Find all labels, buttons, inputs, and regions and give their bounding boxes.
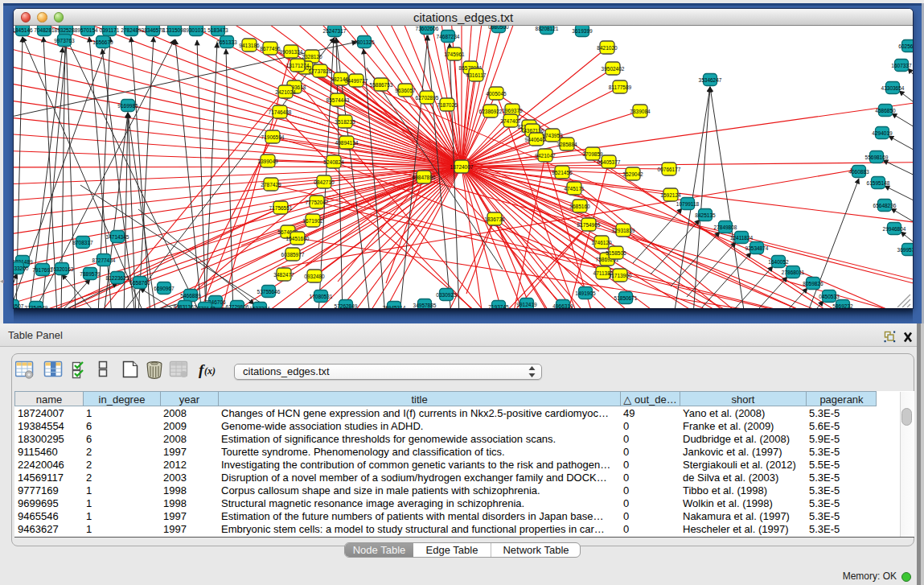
svg-text:39502402: 39502402	[602, 66, 625, 72]
svg-text:32931839: 32931839	[612, 228, 635, 233]
svg-text:81177589: 81177589	[609, 84, 632, 90]
svg-text:2328120: 2328120	[302, 54, 322, 60]
svg-text:1399049: 1399049	[257, 159, 278, 164]
svg-text:7193745: 7193745	[488, 304, 509, 308]
svg-text:96405377: 96405377	[598, 159, 621, 165]
svg-text:62702895: 62702895	[416, 95, 439, 101]
svg-text:3747407: 3747407	[500, 118, 521, 124]
svg-text:76320163: 76320163	[51, 266, 74, 272]
svg-text:4966319: 4966319	[552, 303, 573, 308]
svg-text:5183473: 5183473	[207, 27, 228, 33]
svg-text:55698169: 55698169	[865, 154, 889, 160]
svg-text:60385977: 60385977	[281, 252, 305, 257]
svg-text:3685160: 3685160	[569, 204, 590, 209]
svg-text:62729806: 62729806	[226, 304, 249, 308]
svg-text:2782489: 2782489	[121, 27, 142, 33]
svg-text:89325288: 89325288	[55, 27, 78, 33]
svg-text:9421047: 9421047	[535, 153, 556, 159]
svg-text:12411824: 12411824	[730, 235, 754, 241]
svg-text:67737826: 67737826	[309, 68, 332, 74]
svg-text:5869232: 5869232	[832, 303, 853, 308]
svg-text:27849808: 27849808	[714, 225, 737, 230]
svg-text:51850671: 51850671	[614, 295, 638, 301]
svg-text:73602606: 73602606	[416, 26, 439, 31]
svg-text:57262849: 57262849	[335, 303, 358, 308]
svg-text:9973763: 9973763	[54, 38, 75, 43]
svg-text:3709859: 3709859	[582, 151, 603, 157]
svg-text:71746488: 71746488	[269, 109, 292, 115]
svg-text:7048281: 7048281	[34, 27, 55, 33]
svg-text:6025634: 6025634	[898, 43, 913, 49]
svg-text:3518233: 3518233	[335, 119, 355, 125]
svg-text:71756551: 71756551	[269, 205, 293, 211]
svg-text:9169985: 9169985	[117, 103, 138, 109]
svg-text:4294019: 4294019	[872, 130, 893, 136]
svg-text:0980500: 0980500	[488, 26, 509, 30]
svg-text:1627204: 1627204	[249, 306, 270, 308]
svg-text:9743953: 9743953	[542, 133, 563, 138]
svg-text:7839084: 7839084	[630, 109, 651, 114]
svg-text:4005045: 4005045	[486, 91, 507, 97]
svg-text:0330923: 0330923	[436, 292, 457, 298]
svg-text:0932480: 0932480	[304, 274, 325, 279]
svg-text:7770143: 7770143	[195, 306, 216, 308]
svg-text:36995777: 36995777	[897, 247, 913, 253]
svg-text:74687234: 74687234	[437, 34, 460, 39]
svg-text:35346247: 35346247	[699, 77, 722, 83]
svg-text:65648236: 65648236	[873, 203, 897, 208]
svg-text:8708317: 8708317	[72, 240, 93, 245]
svg-text:55886753: 55886753	[370, 82, 393, 88]
svg-text:1969379: 1969379	[502, 108, 523, 113]
svg-text:3482477: 3482477	[273, 272, 294, 278]
svg-text:3529042: 3529042	[622, 171, 643, 177]
svg-text:4745171: 4745171	[564, 186, 585, 192]
svg-text:04499727: 04499727	[345, 78, 368, 84]
svg-text:8425135: 8425135	[695, 212, 716, 218]
svg-text:5466889: 5466889	[180, 293, 201, 299]
svg-text:4060883: 4060883	[848, 169, 869, 175]
svg-text:9636057: 9636057	[395, 88, 416, 93]
svg-text:77752047: 77752047	[306, 200, 329, 205]
svg-text:0391171: 0391171	[100, 27, 120, 33]
svg-text:7889579: 7889579	[80, 271, 101, 277]
svg-text:(x): (x)	[204, 365, 216, 377]
svg-text:18724007: 18724007	[450, 164, 474, 170]
svg-text:1592124: 1592124	[660, 192, 681, 198]
svg-text:1491905: 1491905	[575, 290, 596, 296]
svg-text:1845146: 1845146	[14, 27, 33, 33]
svg-text:9912419: 9912419	[516, 302, 537, 307]
svg-text:87277434: 87277434	[92, 257, 116, 263]
svg-text:62386922: 62386922	[479, 109, 503, 114]
svg-text:37996507: 37996507	[14, 303, 24, 308]
svg-text:13171274: 13171274	[286, 63, 310, 68]
svg-text:9413186: 9413186	[239, 43, 260, 48]
svg-text:6658760: 6658760	[129, 280, 150, 286]
svg-text:80831367: 80831367	[174, 304, 197, 308]
svg-text:71906594: 71906594	[261, 134, 285, 140]
svg-text:8421020: 8421020	[597, 45, 618, 51]
svg-text:1671902: 1671902	[302, 218, 323, 224]
svg-text:99091334: 99091334	[280, 49, 303, 55]
svg-text:81754965: 81754965	[577, 222, 601, 228]
svg-text:8677496: 8677496	[260, 46, 281, 51]
svg-text:3619399: 3619399	[572, 28, 593, 34]
svg-text:0801326: 0801326	[354, 39, 375, 45]
svg-text:1836736: 1836736	[484, 216, 505, 222]
svg-text:29946804: 29946804	[883, 226, 906, 232]
svg-text:61595148: 61595148	[867, 180, 890, 186]
svg-text:43303654: 43303654	[881, 85, 905, 91]
svg-text:34714345: 34714345	[106, 234, 129, 240]
svg-text:76945314: 76945314	[383, 305, 406, 308]
svg-text:00766177: 00766177	[658, 167, 681, 172]
svg-text:13433200: 13433200	[14, 266, 29, 271]
svg-text:34957885: 34957885	[413, 303, 437, 308]
svg-text:0842710: 0842710	[314, 179, 335, 185]
svg-text:9301031: 9301031	[186, 27, 207, 33]
svg-text:4316117: 4316117	[466, 72, 487, 78]
svg-text:1746120: 1746120	[591, 240, 612, 245]
svg-text:81223623: 81223623	[106, 275, 129, 281]
svg-text:9521456: 9521456	[552, 170, 573, 175]
svg-text:38346578: 38346578	[142, 27, 165, 33]
svg-text:26247317: 26247317	[323, 28, 347, 34]
svg-text:4586850: 4586850	[875, 108, 896, 113]
